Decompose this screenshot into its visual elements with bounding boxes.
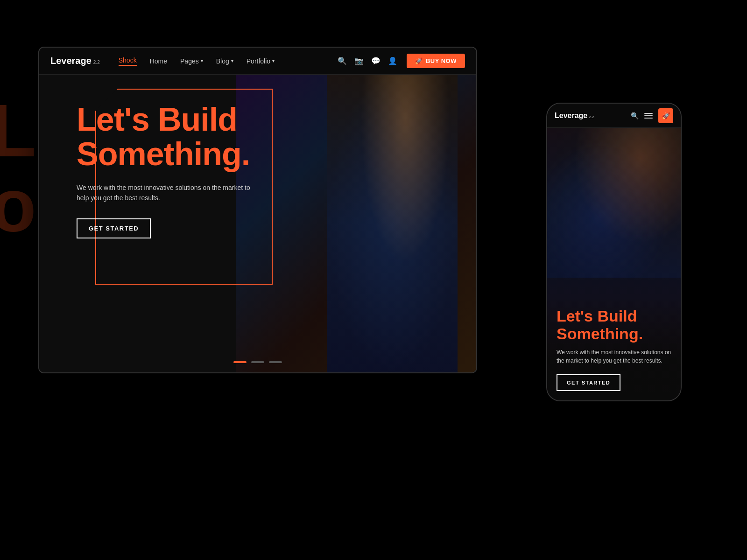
buy-now-button[interactable]: 🚀 BUY NOW [407, 54, 465, 68]
mobile-headline: Let's Build Something. [557, 308, 671, 343]
slider-dot-2[interactable] [251, 361, 264, 363]
slider-dot-3[interactable] [269, 361, 282, 363]
nav-item-shock[interactable]: Shock [119, 56, 137, 66]
slider-dot-1[interactable] [233, 361, 247, 363]
desktop-nav-icons: 🔍 📷 💬 👤 [338, 56, 397, 65]
mobile-navbar: Leverage 2.2 🔍 🚀 [547, 104, 681, 128]
rocket-icon: 🚀 [415, 57, 423, 64]
desktop-logo: Leverage 2.2 [50, 56, 100, 66]
mobile-hero-image [547, 128, 681, 278]
nav-item-portfolio[interactable]: Portfolio [247, 57, 275, 65]
headline-line2: Something. [77, 136, 250, 172]
desktop-nav-links: Shock Home Pages Blog Portfolio [119, 56, 338, 66]
mobile-subtext: We work with the most innovative solutio… [557, 348, 671, 365]
hamburger-line-1 [644, 113, 653, 114]
mobile-headline-line2: Something. [557, 325, 643, 343]
mobile-logo-version: 2.2 [589, 115, 594, 119]
mobile-buy-button[interactable]: 🚀 [658, 108, 673, 123]
hamburger-line-3 [644, 118, 653, 119]
nav-item-blog[interactable]: Blog [216, 57, 233, 65]
mobile-headline-line1: Let's Build [557, 307, 637, 325]
mobile-rocket-icon: 🚀 [662, 112, 670, 119]
headline-line1: Let's Build [77, 101, 237, 138]
mobile-get-started-button[interactable]: GET STARTED [557, 374, 620, 391]
mobile-hero-content: Let's Build Something. We work with the … [547, 298, 681, 400]
woman-figure [327, 75, 458, 372]
nav-item-home[interactable]: Home [150, 57, 167, 65]
mobile-search-icon[interactable]: 🔍 [631, 112, 639, 119]
desktop-logo-text: Leverage [50, 56, 92, 66]
mobile-nav-icons: 🔍 🚀 [631, 108, 673, 123]
desktop-get-started-button[interactable]: GET STARTED [77, 218, 151, 238]
desktop-headline: Let's Build Something. [77, 103, 301, 171]
desktop-mockup: Leverage 2.2 Shock Home Pages Blog Portf… [38, 47, 477, 373]
instagram-icon[interactable]: 📷 [354, 56, 364, 65]
buy-now-label: BUY NOW [426, 57, 457, 64]
whatsapp-icon[interactable]: 💬 [371, 56, 381, 65]
user-icon[interactable]: 👤 [388, 56, 397, 65]
mobile-hero: Let's Build Something. We work with the … [547, 128, 681, 400]
mobile-menu-icon[interactable] [644, 113, 653, 119]
search-icon[interactable]: 🔍 [338, 56, 347, 65]
mobile-mockup: Leverage 2.2 🔍 🚀 Let's Build Something. [546, 103, 682, 401]
mobile-logo-text: Leverage [555, 112, 587, 120]
nav-item-pages[interactable]: Pages [180, 57, 203, 65]
mobile-logo: Leverage 2.2 [555, 112, 631, 120]
desktop-hero-content: Let's Build Something. We work with the … [77, 103, 301, 238]
desktop-slider-dots [233, 361, 282, 363]
desktop-hero: Let's Build Something. We work with the … [39, 75, 476, 372]
hamburger-line-2 [644, 115, 653, 116]
desktop-navbar: Leverage 2.2 Shock Home Pages Blog Portf… [39, 48, 476, 75]
mobile-woman-figure [547, 128, 681, 278]
desktop-logo-version: 2.2 [93, 60, 100, 65]
desktop-subtext: We work with the most innovative solutio… [77, 182, 263, 203]
